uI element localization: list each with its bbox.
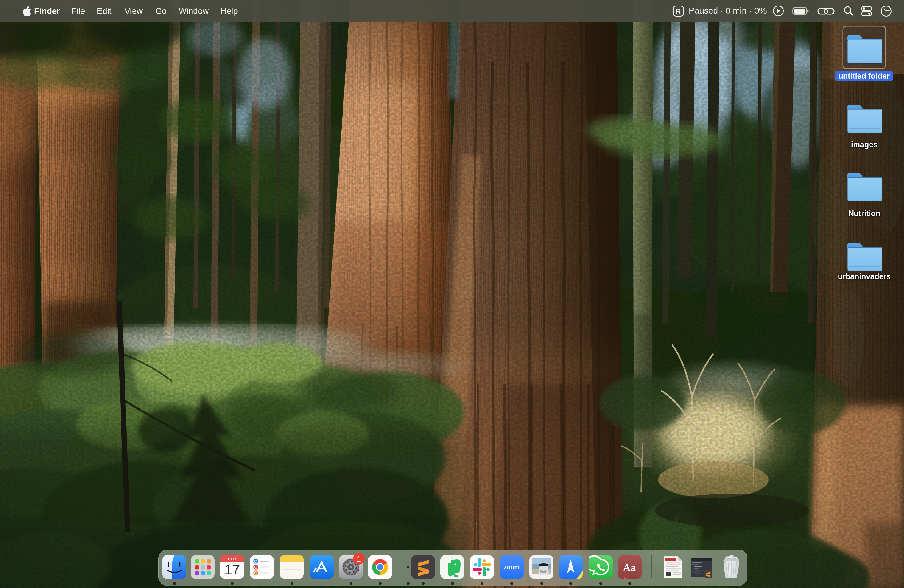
svg-text:R: R (676, 7, 681, 15)
svg-text:FEB: FEB (228, 556, 236, 561)
svg-text:Aa: Aa (623, 562, 636, 573)
svg-text:17: 17 (224, 561, 240, 577)
svg-text:zoom: zoom (504, 564, 520, 571)
